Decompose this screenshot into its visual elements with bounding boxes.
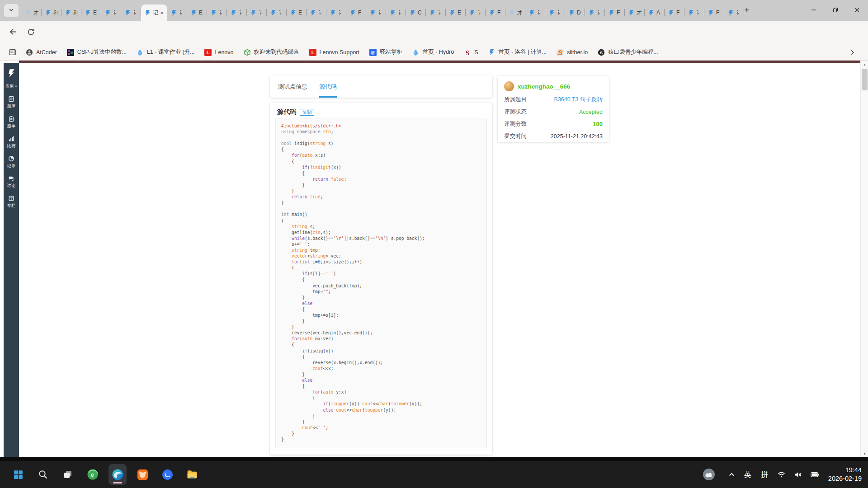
taskbar-search-button[interactable] xyxy=(34,464,52,485)
minimize-button[interactable] xyxy=(803,0,825,21)
bookmark-item[interactable]: LLenovo xyxy=(204,49,233,56)
copy-button[interactable]: 复制 xyxy=(300,109,314,116)
tab-testcase-info[interactable]: 测试点信息 xyxy=(278,75,307,98)
bookmark-item[interactable]: CSP-J算法中的数... xyxy=(67,48,127,56)
taskbar-quark-button[interactable] xyxy=(158,464,176,485)
tab-title-fragment: A xyxy=(656,9,661,16)
tab-source-code[interactable]: 源代码 xyxy=(319,75,337,98)
sidebar-item-apps[interactable]: 应用 » xyxy=(5,84,17,89)
bookmarks-overflow-button[interactable] xyxy=(847,47,857,57)
browser-tab[interactable]: F xyxy=(486,5,505,21)
code-line: #include<bits/stdc++.h> xyxy=(281,123,481,129)
browser-tab[interactable]: D xyxy=(565,5,585,21)
ime-english-indicator[interactable]: 英 xyxy=(744,469,752,480)
battery-button[interactable] xyxy=(811,472,819,478)
tab-title-fragment: 讠 xyxy=(239,9,244,17)
code-block[interactable]: #include<bits/stdc++.h>using namespace s… xyxy=(275,118,487,448)
restore-button[interactable] xyxy=(825,0,846,21)
weather-widget[interactable] xyxy=(702,468,716,481)
browser-tab[interactable]: 讠 xyxy=(121,5,141,21)
browser-tab[interactable]: 讠 xyxy=(525,5,545,21)
bookmark-item[interactable]: slither.io xyxy=(557,49,588,56)
bookmark-item[interactable]: L1 - 课堂作业 (升... xyxy=(137,48,195,56)
ime-pinyin-indicator[interactable]: 拼 xyxy=(761,469,769,480)
username-link[interactable]: xuzhenghao__666 xyxy=(518,83,570,90)
wifi-button[interactable] xyxy=(778,471,785,478)
sidebar-item-record[interactable]: 记录 xyxy=(7,155,16,169)
scroll-up-arrow[interactable]: ▲ xyxy=(861,61,868,68)
browser-tab[interactable]: 讠 xyxy=(466,5,486,21)
browser-tab[interactable]: 才 xyxy=(22,5,42,21)
browser-tab[interactable]: F xyxy=(605,5,625,21)
bookmark-item[interactable]: S猿口袋青少年编程... xyxy=(598,48,658,56)
tray-overflow-button[interactable] xyxy=(728,471,735,478)
sidebar-toggle-button[interactable] xyxy=(7,47,17,57)
tab-title-fragment: C xyxy=(418,9,423,16)
browser-tab[interactable]: 利 xyxy=(42,5,61,21)
back-button[interactable] xyxy=(7,27,18,38)
luogu-favicon xyxy=(230,9,237,16)
browser-tab[interactable]: 讠 xyxy=(585,5,605,21)
bookmark-items: AtCoderCSP-J算法中的数...L1 - 课堂作业 (升...LLeno… xyxy=(26,48,658,56)
browser-tab[interactable]: 讠 xyxy=(426,5,446,21)
browser-tab[interactable]: E xyxy=(81,5,101,21)
luogu-logo-icon[interactable] xyxy=(7,69,16,78)
page-scrollbar[interactable]: ▲ ▼ xyxy=(860,61,868,457)
browser-tab-active[interactable]: 记× xyxy=(141,5,167,21)
taskbar-clock[interactable]: 19:44 2026-02-19 xyxy=(828,466,862,483)
bookmark-item[interactable]: 驿驿站掌柜 xyxy=(369,48,402,56)
taskbar-browser-360-button[interactable]: eAI xyxy=(84,464,102,485)
bookmark-item[interactable]: SS xyxy=(464,49,478,56)
browser-tab[interactable]: 讠 xyxy=(307,5,326,21)
scrollbar-thumb[interactable] xyxy=(862,69,868,90)
bookmark-item[interactable]: 首页 - 洛谷 | 计算... xyxy=(488,48,547,56)
browser-tab[interactable]: 讠 xyxy=(207,5,227,21)
taskbar-file-explorer-button[interactable] xyxy=(183,464,201,485)
browser-tab[interactable]: F xyxy=(704,5,724,21)
browser-tab[interactable]: E xyxy=(187,5,207,21)
browser-tab[interactable]: 讠 xyxy=(366,5,386,21)
browser-tab[interactable]: E xyxy=(287,5,307,21)
browser-tab[interactable]: 讠 xyxy=(227,5,247,21)
taskbar-start-button[interactable] xyxy=(9,464,27,485)
scroll-down-arrow[interactable]: ▼ xyxy=(861,450,868,457)
bookmark-item[interactable]: LLenovo Support xyxy=(309,49,359,56)
user-avatar[interactable] xyxy=(504,81,514,91)
taskbar-task-view-button[interactable] xyxy=(59,464,77,485)
browser-tab[interactable]: E xyxy=(446,5,466,21)
browser-tab[interactable]: C xyxy=(406,5,426,21)
browser-tab[interactable]: 才 xyxy=(625,5,645,21)
bookmark-item[interactable]: 首页 - Hydro xyxy=(412,48,454,56)
browser-tab[interactable]: 讠 xyxy=(386,5,406,21)
browser-tab[interactable]: 利 xyxy=(61,5,81,21)
browser-tab[interactable]: F xyxy=(346,5,366,21)
browser-tab[interactable]: 讠 xyxy=(267,5,287,21)
code-line: { xyxy=(281,342,481,348)
browser-tab[interactable]: 讠 xyxy=(684,5,704,21)
browser-tab[interactable]: 讠 xyxy=(167,5,187,21)
sidebar-item-problem-library[interactable]: 题库 xyxy=(7,96,16,109)
refresh-button[interactable] xyxy=(25,27,36,38)
browser-tab[interactable]: 讠 xyxy=(101,5,121,21)
close-button[interactable] xyxy=(846,0,868,21)
new-tab-button[interactable] xyxy=(741,5,753,17)
browser-tab[interactable]: A xyxy=(645,5,665,21)
tab-search-button[interactable] xyxy=(4,4,19,17)
browser-tab[interactable]: F xyxy=(665,5,684,21)
taskbar-yuan-coding-button[interactable] xyxy=(133,464,151,485)
bookmark-item[interactable]: AtCoder xyxy=(26,49,57,56)
taskbar-edge-button[interactable] xyxy=(108,464,127,485)
bookmark-item[interactable]: 欢迎来到代码部落 xyxy=(244,48,299,56)
browser-tab[interactable]: 讠 xyxy=(326,5,346,21)
volume-button[interactable] xyxy=(794,471,802,478)
browser-tab[interactable]: 讠 xyxy=(247,5,267,21)
problem-link[interactable]: B3640 T3 句子反转 xyxy=(554,96,603,103)
info-row-value: 100 xyxy=(593,121,603,127)
sidebar-item-column[interactable]: 专栏 xyxy=(7,195,16,209)
sidebar-item-contest[interactable]: 比赛 xyxy=(7,136,16,149)
tab-close-icon[interactable]: × xyxy=(160,9,164,16)
browser-tab[interactable]: 讠 xyxy=(545,5,565,21)
sidebar-item-problem-list[interactable]: 题单 xyxy=(7,116,16,129)
sidebar-item-discuss[interactable]: 讨论 xyxy=(7,175,16,189)
browser-tab[interactable]: 才 xyxy=(505,5,525,21)
